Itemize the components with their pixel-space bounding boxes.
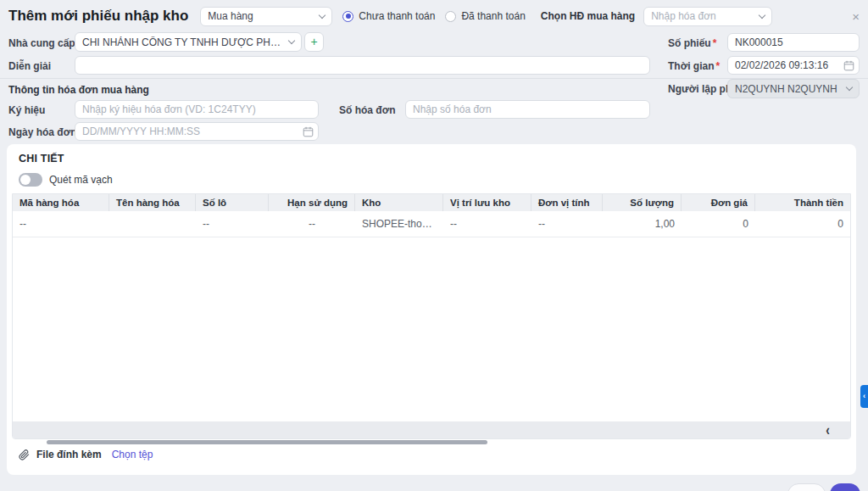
supplier-select[interactable]: CHI NHÁNH CÔNG TY TNHH DƯỢC PHẨM VÀ TRAN… <box>75 32 302 52</box>
cancel-button[interactable] <box>787 483 826 491</box>
cell-han-su-dung[interactable]: -- <box>269 211 355 237</box>
creator-select: N2QUYNH N2QUYNH <box>727 79 860 98</box>
chevron-down-icon <box>759 11 765 18</box>
invoice-section-title: Thông tin hóa đơn mua hàng <box>8 84 149 96</box>
col-header-so-lo: Số lô <box>196 194 269 211</box>
supplier-value: CHI NHÁNH CÔNG TY TNHH DƯỢC PHẨM VÀ TRAN… <box>82 36 284 48</box>
col-header-so-luong: Số lượng <box>603 194 682 211</box>
cell-vi-tri-luu-kho[interactable]: -- <box>443 211 531 237</box>
receipt-no-label: Số phiếu* <box>668 37 716 49</box>
required-mark: * <box>713 37 717 49</box>
col-header-don-gia: Đơn giá <box>682 194 755 211</box>
required-mark: * <box>716 60 721 72</box>
receipt-no-input[interactable] <box>727 33 860 52</box>
time-input[interactable] <box>727 56 860 75</box>
time-label: Thời gian* <box>668 60 720 72</box>
creator-value: N2QUYNH N2QUYNH <box>735 83 842 95</box>
cell-so-luong[interactable]: 1,00 <box>603 211 682 237</box>
paperclip-icon <box>19 449 30 460</box>
attachment-row: File đính kèm Chọn tệp <box>19 449 153 460</box>
save-button[interactable] <box>830 483 860 491</box>
detail-table: Mã hàng hóa Tên hàng hóa Số lô Hạn sử dụ… <box>12 193 851 439</box>
add-supplier-button[interactable]: + <box>304 32 324 52</box>
cell-don-gia[interactable]: 0 <box>682 211 755 237</box>
chevron-down-icon <box>319 11 326 18</box>
radio-unpaid-label: Chưa thanh toán <box>359 10 435 22</box>
close-icon[interactable]: × <box>852 10 860 23</box>
radio-paid[interactable]: Đã thanh toán <box>445 10 525 22</box>
radio-paid-label: Đã thanh toán <box>461 10 525 22</box>
po-invoice-label: Chọn HĐ mua hàng <box>541 10 635 22</box>
cell-ten-hang-hoa[interactable] <box>109 211 196 237</box>
invoice-no-input[interactable] <box>405 100 650 119</box>
cell-thanh-tien[interactable]: 0 <box>755 211 850 237</box>
table-empty-area <box>13 237 850 421</box>
col-header-thanh-tien: Thành tiền <box>755 194 850 211</box>
col-header-han-su-dung: Hạn sử dụng <box>269 194 355 211</box>
col-header-vi-tri-luu-kho: Vị trí lưu kho <box>443 194 531 211</box>
symbol-label: Ký hiệu <box>8 104 45 116</box>
radio-unselected-icon <box>445 11 456 22</box>
drawer-collapse-icon: ‹ <box>863 393 865 400</box>
po-invoice-placeholder: Nhập hóa đơn <box>651 10 754 22</box>
barcode-scan-label: Quét mã vạch <box>49 174 113 186</box>
chevron-down-icon <box>846 84 853 91</box>
description-label: Diễn giải <box>8 60 51 72</box>
chevron-down-icon <box>288 37 295 44</box>
receipt-type-select[interactable]: Mua hàng <box>200 7 332 26</box>
cell-ma-hang-hoa[interactable]: -- <box>13 211 109 237</box>
collapse-left-icon[interactable]: ‹ <box>826 422 830 438</box>
col-header-ma-hang-hoa: Mã hàng hóa <box>13 194 109 211</box>
horizontal-scrollbar[interactable] <box>47 440 487 444</box>
cell-don-vi-tinh[interactable]: -- <box>531 211 603 237</box>
cell-so-lo[interactable]: -- <box>196 211 269 237</box>
table-row: -- -- -- SHOPEE-thocungta... -- -- 1,00 … <box>13 211 850 237</box>
page-title: Thêm mới phiếu nhập kho <box>8 8 188 25</box>
col-header-don-vi-tinh: Đơn vị tính <box>531 194 603 211</box>
modal-header: Thêm mới phiếu nhập kho Mua hàng Chưa th… <box>0 0 868 32</box>
invoice-date-input[interactable] <box>75 122 319 141</box>
po-invoice-select[interactable]: Nhập hóa đơn <box>643 7 772 26</box>
receipt-type-value: Mua hàng <box>208 10 314 22</box>
drawer-expand-tab[interactable]: ‹ <box>860 385 868 408</box>
barcode-scan-toggle[interactable] <box>19 173 42 187</box>
supplier-label: Nhà cung cấp* <box>8 37 81 49</box>
table-summary-bar: ‹ <box>13 421 850 438</box>
invoice-no-label: Số hóa đơn <box>339 104 396 116</box>
barcode-toggle-row: Quét mã vạch <box>19 173 113 187</box>
symbol-input[interactable] <box>75 100 319 119</box>
detail-card: CHI TIẾT Quét mã vạch Mã hàng hóa Tên hà… <box>7 144 856 475</box>
radio-selected-icon <box>342 11 353 22</box>
cell-kho[interactable]: SHOPEE-thocungta... <box>355 211 443 237</box>
add-goods-receipt-modal: Thêm mới phiếu nhập kho Mua hàng Chưa th… <box>0 0 868 491</box>
description-input[interactable] <box>75 56 650 75</box>
radio-unpaid[interactable]: Chưa thanh toán <box>342 10 435 22</box>
attachment-label: File đính kèm <box>36 449 102 460</box>
detail-section-title: CHI TIẾT <box>19 153 64 165</box>
table-header-row: Mã hàng hóa Tên hàng hóa Số lô Hạn sử dụ… <box>13 194 850 211</box>
choose-file-link[interactable]: Chọn tệp <box>112 449 153 460</box>
col-header-ten-hang-hoa: Tên hàng hóa <box>109 194 196 211</box>
col-header-kho: Kho <box>355 194 443 211</box>
invoice-date-label: Ngày hóa đơn <box>8 126 77 138</box>
